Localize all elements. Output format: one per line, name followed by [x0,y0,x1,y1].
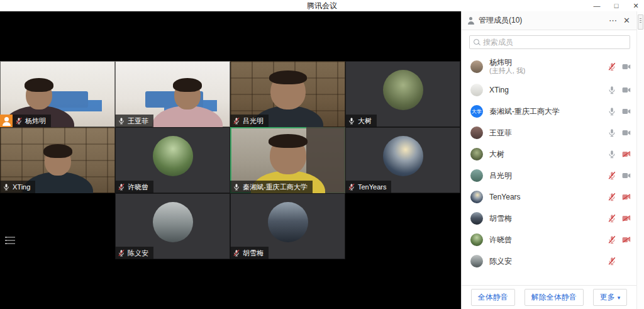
video-tile[interactable]: 胡雪梅 [230,193,345,259]
member-row[interactable]: 大树 [462,143,637,165]
participant-name: 杨炜明 [25,116,46,126]
tile-name-label: 许晓曾 [115,181,153,193]
scrollbar[interactable] [636,11,644,309]
panel-more-icon[interactable]: ⋯ [609,16,617,25]
camera-icon[interactable] [622,171,631,180]
participant-name: XTing [13,183,30,191]
window-controls: — □ ✕ [592,0,640,11]
tile-name-label: 胡雪梅 [230,247,269,259]
video-tile[interactable]: 杨炜明 [0,61,115,127]
member-name: 王亚菲 [489,128,512,138]
manage-members-panel: 管理成员(10) ⋯ ✕ 杨炜明 (主持人, 我) XTing [461,11,644,309]
minimize-icon[interactable]: — [592,0,601,11]
video-tile[interactable]: 吕光明 [230,61,345,127]
camera-icon[interactable] [622,107,631,116]
window-title: 腾讯会议 [307,1,337,11]
member-row[interactable]: XTing [462,79,637,101]
member-row[interactable]: 吕光明 [462,165,637,186]
video-tile[interactable]: 大树 [345,61,460,127]
camera-icon[interactable] [622,214,631,223]
member-row[interactable]: 陈义安 [462,250,637,272]
unmute-all-button[interactable]: 解除全体静音 [525,289,584,306]
member-row[interactable]: 胡雪梅 [462,208,637,229]
camera-icon[interactable] [622,128,631,137]
tile-name-label: 吕光明 [230,115,269,127]
camera-icon[interactable] [622,150,631,159]
member-name: 大树 [489,149,504,160]
video-tile[interactable]: 许晓曾 [115,127,230,193]
tile-name-label: 大树 [345,115,377,127]
video-tile[interactable]: 王亚菲 [115,61,230,127]
camera-icon[interactable] [622,193,631,201]
avatar [470,233,483,246]
mic-icon[interactable] [608,86,616,94]
search-box[interactable] [469,35,630,49]
tile-name-label: XTing [0,181,35,193]
participant-name: 大树 [358,116,372,126]
mic-icon[interactable] [608,257,616,266]
member-row[interactable]: 许晓曾 [462,229,637,250]
search-area [462,30,644,53]
mic-icon [3,183,10,191]
member-name: 许晓曾 [489,235,512,245]
search-input[interactable] [483,38,626,47]
mic-icon[interactable] [608,150,616,159]
camera-icon[interactable] [622,62,631,71]
camera-icon[interactable] [622,86,631,94]
avatar: 大学 [470,105,483,118]
panel-title: 管理成员(10) [479,15,522,26]
avatar [470,212,483,225]
maximize-icon[interactable]: □ [612,0,621,11]
member-row[interactable]: 杨炜明 (主持人, 我) [462,54,637,79]
mic-icon [118,117,125,125]
mic-icon[interactable] [608,214,616,223]
panel-footer: 全体静音 解除全体静音 更多▾ [462,285,636,309]
video-tile[interactable]: TenYears [345,127,460,193]
members-icon [467,17,475,25]
mic-icon[interactable] [608,128,616,137]
avatar [470,84,483,96]
member-name: TenYears [489,193,521,201]
member-role-label: (主持人, 我) [489,67,525,75]
scrollbar-thumb[interactable] [638,14,643,30]
video-tile-active-speaker[interactable]: 秦湘斌-重庆工商大学 [230,127,345,193]
member-row[interactable]: 大学 秦湘斌-重庆工商大学 [462,101,637,122]
tile-name-label: TenYears [345,181,391,193]
avatar [153,202,193,242]
mic-icon[interactable] [608,193,616,201]
member-list: 杨炜明 (主持人, 我) XTing 大学 秦湘斌-重庆工商大学 [462,50,637,285]
participant-silhouette [150,81,225,127]
mute-all-button[interactable]: 全体静音 [471,289,515,306]
close-icon[interactable]: ✕ [631,0,640,11]
member-name: 吕光明 [489,171,512,181]
participant-name: 胡雪梅 [243,249,264,258]
chevron-down-icon: ▾ [618,295,621,301]
mic-icon[interactable] [608,62,616,71]
avatar [470,191,483,203]
panel-close-icon[interactable]: ✕ [623,16,630,25]
avatar [470,169,483,182]
member-row[interactable]: 王亚菲 [462,122,637,143]
avatar [470,148,483,160]
member-name: XTing [489,86,509,94]
video-tile[interactable]: XTing [0,127,115,193]
tile-name-label: 王亚菲 [115,115,153,127]
tile-name-label: 陈义安 [115,247,153,259]
mic-icon[interactable] [608,107,616,116]
mic-icon[interactable] [608,235,616,244]
search-icon [474,39,480,45]
camera-icon[interactable] [622,235,631,244]
member-row[interactable]: TenYears [462,186,637,208]
panel-header: 管理成员(10) ⋯ ✕ [462,11,644,30]
mic-icon [348,117,355,125]
avatar [383,136,423,176]
mic-icon[interactable] [608,171,616,180]
video-tile[interactable]: 陈义安 [115,193,230,259]
mic-icon [348,183,355,191]
more-button[interactable]: 更多▾ [593,289,628,306]
mic-icon [233,117,240,125]
layout-view-icon[interactable] [5,237,15,246]
member-name: 杨炜明 [489,59,525,67]
window-titlebar: 腾讯会议 — □ ✕ [0,0,644,11]
participant-name: 吕光明 [243,116,264,126]
